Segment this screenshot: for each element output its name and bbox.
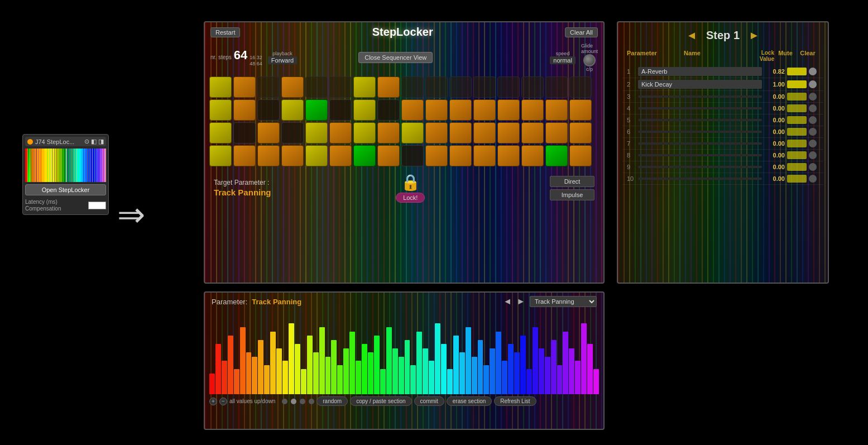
step-4-9[interactable] — [401, 145, 424, 166]
step-row-lock-9[interactable] — [787, 163, 807, 171]
glide-knob[interactable] — [583, 54, 596, 66]
step-3-14[interactable] — [521, 122, 544, 143]
bar-51[interactable] — [514, 352, 520, 394]
step-4-10[interactable] — [425, 145, 448, 166]
bar-49[interactable] — [502, 361, 507, 394]
step-4-3[interactable] — [257, 145, 280, 166]
refresh-button[interactable]: Refresh List — [494, 396, 536, 406]
step-2-15[interactable] — [545, 99, 568, 121]
bar-12[interactable] — [276, 348, 282, 395]
values-up-button[interactable]: + — [209, 398, 217, 405]
bar-64[interactable] — [593, 369, 599, 394]
step-row-lock-7[interactable] — [787, 140, 807, 147]
bar-40[interactable] — [447, 369, 453, 394]
bar-37[interactable] — [429, 361, 434, 394]
bar-41[interactable] — [453, 336, 459, 394]
step-3-4[interactable] — [281, 122, 304, 143]
step-2-9[interactable] — [401, 99, 424, 121]
step-1-7[interactable] — [353, 76, 376, 98]
step-row-lock-3[interactable] — [787, 93, 807, 101]
bar-1[interactable] — [209, 374, 215, 395]
step-3-10[interactable] — [425, 122, 448, 143]
step-3-12[interactable] — [473, 122, 496, 143]
step-row-mute-9[interactable] — [809, 163, 817, 171]
plugin-ctrl-2[interactable]: ◧ — [91, 138, 97, 145]
step-2-1[interactable] — [209, 99, 232, 121]
step-1-6[interactable] — [329, 76, 352, 98]
step-row-lock-6[interactable] — [787, 128, 807, 136]
plugin-ctrl-3[interactable]: ◨ — [98, 138, 104, 145]
step-4-6[interactable] — [329, 145, 352, 166]
step-row-mute-2[interactable] — [809, 80, 817, 88]
step-2-6[interactable] — [329, 99, 352, 121]
bar-38[interactable] — [435, 323, 440, 395]
step-2-16[interactable] — [569, 99, 592, 121]
step-1-16[interactable] — [569, 76, 592, 98]
step-4-4[interactable] — [281, 145, 304, 166]
bar-55[interactable] — [539, 348, 544, 395]
clear-all-button[interactable]: Clear All — [565, 27, 598, 37]
step-3-7[interactable] — [353, 122, 376, 143]
step-3-15[interactable] — [545, 122, 568, 143]
bar-14[interactable] — [289, 323, 294, 395]
bar-36[interactable] — [423, 348, 428, 395]
step-prev-button[interactable]: ◄ — [686, 29, 697, 42]
bar-58[interactable] — [557, 365, 563, 395]
step-2-4[interactable] — [281, 99, 304, 121]
bar-50[interactable] — [508, 344, 514, 394]
bar-63[interactable] — [587, 344, 593, 394]
step-row-mute-3[interactable] — [809, 93, 817, 101]
step-row-mute-1[interactable] — [809, 68, 817, 75]
bar-11[interactable] — [270, 332, 276, 395]
step-2-10[interactable] — [425, 99, 448, 121]
bar-33[interactable] — [405, 340, 410, 395]
step-1-4[interactable] — [281, 76, 304, 98]
bar-26[interactable] — [362, 344, 367, 394]
bar-27[interactable] — [368, 352, 373, 394]
bar-42[interactable] — [459, 352, 465, 394]
step-row-mute-10[interactable] — [809, 175, 817, 183]
step-2-7[interactable] — [353, 99, 376, 121]
bar-57[interactable] — [551, 340, 557, 395]
close-sequencer-button[interactable]: Close Sequencer View — [358, 52, 433, 63]
step-1-12[interactable] — [473, 76, 496, 98]
bar-34[interactable] — [410, 365, 416, 395]
step-next-button[interactable]: ► — [749, 29, 760, 42]
bar-53[interactable] — [526, 369, 532, 394]
bar-31[interactable] — [392, 348, 398, 395]
step-2-3[interactable] — [257, 99, 280, 121]
step-3-16[interactable] — [569, 122, 592, 143]
param-prev-button[interactable]: ◄ — [503, 296, 512, 307]
step-4-14[interactable] — [521, 145, 544, 166]
step-2-2[interactable] — [233, 99, 256, 121]
step-1-13[interactable] — [497, 76, 520, 98]
bar-32[interactable] — [399, 357, 404, 395]
bar-62[interactable] — [581, 323, 587, 395]
bar-24[interactable] — [349, 332, 355, 395]
bar-9[interactable] — [258, 340, 263, 395]
step-row-lock-10[interactable] — [787, 175, 807, 183]
copy-paste-button[interactable]: copy / paste section — [350, 396, 411, 406]
step-row-mute-8[interactable] — [809, 151, 817, 159]
step-row-lock-5[interactable] — [787, 116, 807, 124]
bar-35[interactable] — [416, 332, 422, 395]
step-3-8[interactable] — [377, 122, 400, 143]
step-1-14[interactable] — [521, 76, 544, 98]
bar-56[interactable] — [545, 357, 550, 395]
step-4-1[interactable] — [209, 145, 232, 166]
bar-10[interactable] — [264, 365, 270, 395]
bar-22[interactable] — [337, 365, 343, 395]
step-3-2[interactable] — [233, 122, 256, 143]
bar-19[interactable] — [319, 327, 325, 394]
bar-5[interactable] — [234, 369, 239, 394]
bar-60[interactable] — [569, 348, 574, 395]
random-button[interactable]: random — [316, 396, 348, 406]
bar-15[interactable] — [295, 344, 300, 394]
step-2-8[interactable] — [377, 99, 400, 121]
latency-input[interactable]: 10 — [88, 202, 106, 209]
bar-3[interactable] — [222, 361, 227, 394]
step-4-16[interactable] — [569, 145, 592, 166]
step-3-3[interactable] — [257, 122, 280, 143]
step-1-5[interactable] — [305, 76, 328, 98]
values-down-button[interactable]: − — [219, 398, 227, 405]
